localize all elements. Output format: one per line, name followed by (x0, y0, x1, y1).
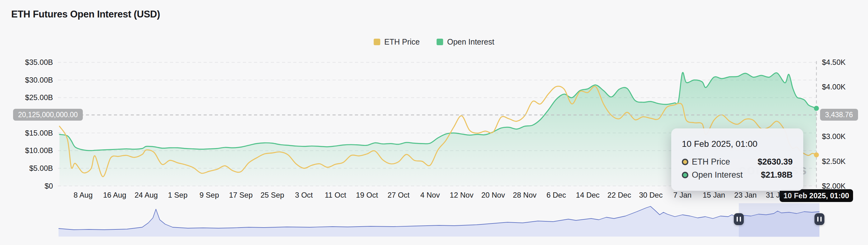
crosshair-left-value-pill: 20,125,000,000.00 (13, 109, 83, 120)
tooltip-value-open-interest: $21.98B (761, 170, 793, 180)
left-axis-tick: $15.00B (6, 129, 53, 137)
x-axis-tick: 11 Oct (325, 191, 346, 199)
right-axis-tick: $2.50K (822, 157, 845, 166)
x-axis-tick: 17 Sep (229, 191, 252, 199)
navigator-left-handle[interactable] (734, 213, 744, 225)
handle-bar-icon (817, 217, 818, 222)
x-axis-tick: 20 Nov (481, 191, 505, 199)
left-axis-tick: $25.00B (6, 93, 53, 102)
left-axis-tick: $35.00B (6, 58, 53, 67)
chart-tooltip: 10 Feb 2025, 01:00 ETH Price $2630.39 Op… (671, 129, 803, 191)
eth-price-dot-icon (682, 159, 688, 165)
x-axis-tick: 14 Dec (576, 191, 600, 199)
x-axis-tick: 7 Jan (673, 191, 691, 199)
crosshair-time-label: 10 Feb 2025, 01:00 (780, 189, 853, 202)
eth-futures-open-interest-page: { "title": "ETH Futures Open Interest (U… (0, 0, 868, 245)
x-axis-tick: 25 Sep (260, 191, 284, 199)
x-axis-tick: 15 Jan (703, 191, 725, 199)
handle-bar-icon (737, 217, 738, 222)
tooltip-row-open-interest: Open Interest $21.98B (682, 170, 793, 180)
tooltip-value-eth-price: $2630.39 (757, 157, 793, 167)
right-axis-tick: $4.50K (822, 58, 845, 67)
right-axis-tick: $4.00K (822, 83, 845, 91)
left-axis-tick: $5.00B (6, 164, 53, 173)
crosshair-right-value-pill: 3,438.76 (820, 109, 858, 120)
navigator-selected-range[interactable] (739, 203, 819, 237)
x-axis-tick: 1 Sep (168, 191, 188, 199)
x-axis-tick: 28 Nov (513, 191, 536, 199)
x-axis-tick: 24 Aug (134, 191, 158, 199)
navigator-right-handle[interactable] (814, 213, 825, 225)
x-axis-tick: 12 Nov (450, 191, 473, 199)
handle-bar-icon (740, 217, 741, 222)
left-axis-tick: $0 (6, 182, 53, 190)
left-axis-tick: $10.00B (6, 146, 53, 155)
right-axis-tick: $3.00K (822, 132, 845, 141)
x-axis-tick: 9 Sep (199, 191, 219, 199)
handle-bar-icon (820, 217, 822, 222)
x-axis-tick: 6 Dec (547, 191, 566, 199)
x-axis-tick: 23 Jan (734, 191, 756, 199)
x-axis-tick: 30 Dec (639, 191, 662, 199)
left-axis-tick: $30.00B (6, 76, 53, 84)
x-axis-tick: 3 Oct (295, 191, 313, 199)
x-axis-tick: 8 Aug (73, 191, 92, 199)
main-chart-svg[interactable] (0, 0, 868, 245)
x-axis-tick: 16 Aug (103, 191, 126, 199)
tooltip-label-open-interest: Open Interest (692, 170, 743, 180)
open-interest-dot-icon (682, 172, 688, 178)
x-axis-tick: 22 Dec (608, 191, 631, 199)
tooltip-label-eth-price: ETH Price (692, 157, 730, 167)
x-axis-tick: 4 Nov (420, 191, 440, 199)
x-axis-tick: 27 Oct (388, 191, 410, 199)
tooltip-row-eth-price: ETH Price $2630.39 (682, 157, 793, 167)
x-axis-tick: 19 Oct (356, 191, 378, 199)
tooltip-date: 10 Feb 2025, 01:00 (682, 139, 793, 149)
